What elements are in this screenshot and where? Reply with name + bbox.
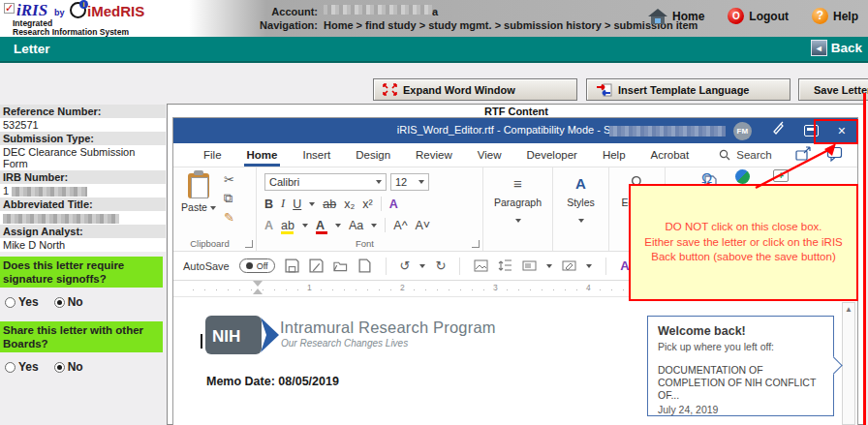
right-edge-annotation-line [863,93,866,425]
screenshot-icon[interactable] [522,258,537,273]
subscript-button[interactable]: x₂ [344,197,355,211]
avatar[interactable]: FM [733,122,752,140]
indent-marker-first[interactable] [253,281,263,287]
field-value-redacted [0,211,166,225]
radio-circle-selected[interactable] [54,297,65,308]
scroll-up-icon[interactable]: ▲ [843,303,854,317]
indent-marker-hanging[interactable] [253,288,263,294]
dialog-launcher-icon[interactable] [472,240,480,248]
font-color-button[interactable]: A [316,219,327,232]
redacted-value [3,214,119,224]
radio-circle[interactable] [5,362,16,373]
copy-icon[interactable]: ⧉ [224,191,234,206]
home-icon [648,9,667,24]
inking-pen-icon[interactable] [771,118,785,143]
rtf-content-header: RTF Content [167,106,866,117]
font-size-select[interactable]: 12 [390,173,429,191]
format-painter-icon[interactable]: ✎ [224,210,234,225]
radio-no[interactable]: No [54,360,83,374]
expand-word-window-button[interactable]: Expand Word Window [373,78,577,101]
account-value-suffix: a [432,5,438,18]
paragraph-group-button[interactable]: ≡ Paragraph [483,167,553,251]
tab-developer[interactable]: Developer [514,143,590,167]
underline-button[interactable]: U [293,197,301,211]
chevron-down-icon [309,202,315,206]
highlight-button[interactable]: ab [281,219,294,232]
save-icon[interactable] [285,258,299,273]
field-label: Submission Type: [0,132,166,145]
insert-template-language-button[interactable]: Insert Template Language [586,78,790,101]
nih-logo: NIH [205,315,285,355]
superscript-button[interactable]: x² [362,197,372,211]
tab-acrobat[interactable]: Acrobat [638,143,702,167]
chevron-down-icon [419,264,425,268]
font-name-select[interactable]: Calibri [264,173,387,191]
share-icon[interactable] [795,146,813,162]
undo-icon[interactable]: ↺ [400,258,411,273]
autosave-label: AutoSave [183,260,230,272]
paste-button[interactable]: Paste [181,173,216,213]
warning-callout: DO NOT click on this close box. Either s… [629,184,858,301]
cut-icon[interactable]: ✂ [224,172,234,187]
logo-iris-text: iRIS [16,1,47,20]
change-case-button[interactable]: Aa [349,219,363,232]
chevron-down-icon [546,264,552,268]
redo-icon[interactable]: ↻ [435,258,446,273]
back-button[interactable]: ◄ Back [811,40,862,56]
clear-formatting-button[interactable]: A [389,197,398,211]
shrink-font-button[interactable]: A˅ [416,219,431,232]
welcome-back-panel[interactable]: Welcome back! Pick up where you left off… [647,316,834,416]
add-ins-icon[interactable]: + [773,169,789,182]
search-box[interactable]: Search [719,149,771,161]
field-label: IRB Number: [0,170,166,184]
text-effects-button[interactable]: A [264,219,273,232]
ribbon-tabs: File Home Insert Design Review View Deve… [173,143,857,167]
picture-icon[interactable] [474,258,488,273]
radio-yes[interactable]: Yes [5,295,39,309]
account-label: Account: [231,5,318,18]
radio-no[interactable]: No [54,295,83,309]
titlebar-redacted-name [609,126,726,137]
tab-view[interactable]: View [465,143,514,167]
tab-help[interactable]: Help [590,143,638,167]
open-icon[interactable] [333,258,348,273]
line-spacing-icon[interactable] [498,258,512,273]
iris-letter-page: ✓ iRIS by i iMedRIS Integrated Research … [0,0,868,425]
styles-group-button[interactable]: A Styles [553,167,609,251]
search-icon [719,149,730,161]
tab-insert[interactable]: Insert [290,143,343,167]
tab-review[interactable]: Review [403,143,465,167]
question-share-boards: Share this letter with other Boards? [0,321,163,352]
styles-icon: A [553,175,608,197]
field-label: Abbreviated Title: [0,197,166,211]
chevron-down-icon [210,206,216,210]
logout-link[interactable]: O Logout [728,8,789,24]
welcome-doc-date: July 24, 2019 [658,404,823,415]
home-link[interactable]: Home [648,9,704,24]
breadcrumb[interactable]: Home > find study > study mgmt. > submis… [324,18,698,32]
autosave-toggle[interactable]: Off [239,258,275,273]
tab-home[interactable]: Home [234,143,291,167]
new-document-icon[interactable] [357,258,372,273]
help-icon: ? [812,8,828,24]
logo-imedris-text: iMedRIS [87,3,144,19]
grow-font-button[interactable]: A^ [393,219,407,232]
tab-file[interactable]: File [191,143,234,167]
radio-circle-selected[interactable] [54,362,65,373]
help-link[interactable]: ? Help [812,8,858,24]
comments-icon[interactable] [826,146,844,162]
program-tagline: Our Research Changes Lives [281,338,408,349]
chevron-down-icon [302,224,308,228]
save-as-icon[interactable] [309,258,324,273]
sensitivity-icon[interactable] [735,169,750,184]
tab-design[interactable]: Design [343,143,403,167]
italic-button[interactable]: I [281,197,285,211]
bold-button[interactable]: B [264,197,273,211]
draw-icon[interactable] [562,258,576,273]
strikethrough-button[interactable]: ab [323,197,336,211]
radio-yes[interactable]: Yes [5,360,39,374]
save-letter-changes-button[interactable]: Save Letter Changes [798,78,868,101]
radio-circle[interactable] [5,297,16,308]
dialog-launcher-icon[interactable] [245,240,253,248]
vertical-scrollbar[interactable]: ▲ [842,302,855,425]
